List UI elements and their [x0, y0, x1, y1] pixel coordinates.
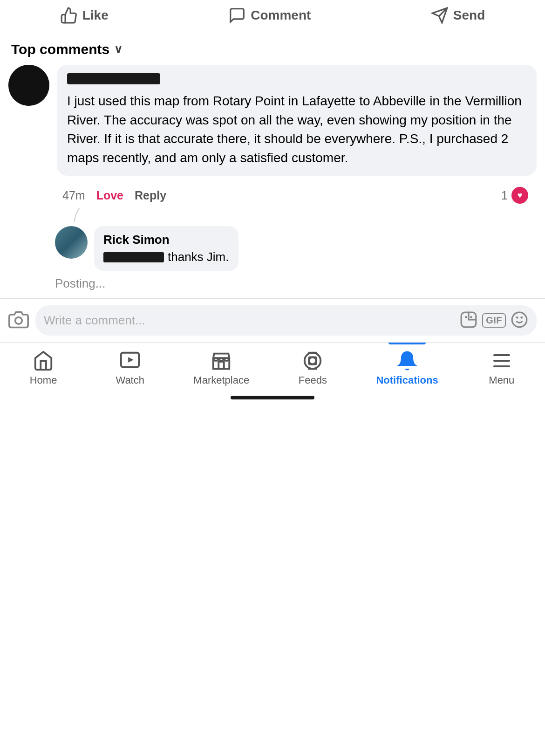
nav-label-feeds: Feeds: [299, 374, 327, 386]
svg-point-5: [470, 316, 472, 318]
nav-item-feeds[interactable]: Feeds: [289, 350, 336, 386]
like-button[interactable]: Like: [60, 7, 109, 24]
heart-count: 1 ♥: [501, 187, 528, 204]
nav-label-notifications: Notifications: [376, 374, 438, 386]
top-comments-header[interactable]: Top comments ∨: [0, 31, 545, 65]
comment-input-area: Write a comment... GIF: [0, 298, 545, 342]
nav-item-watch[interactable]: Watch: [107, 350, 153, 386]
reaction-row: 47m Love Reply 1 ♥: [8, 182, 537, 208]
nav-label-marketplace: Marketplace: [193, 374, 249, 386]
notifications-icon: [396, 350, 418, 371]
send-icon: [431, 7, 449, 24]
home-icon: [33, 350, 54, 371]
emoji-button[interactable]: [511, 311, 528, 330]
svg-point-4: [465, 316, 467, 318]
svg-rect-11: [219, 362, 225, 369]
heart-count-number: 1: [501, 189, 508, 202]
comments-sort-chevron: ∨: [114, 43, 123, 56]
comment-icon: [228, 7, 246, 24]
comment-button[interactable]: Comment: [228, 7, 311, 24]
reply-row: Rick Simon thanks Jim.: [8, 226, 537, 271]
thread-connector: [70, 208, 537, 224]
nav-item-home[interactable]: Home: [20, 350, 67, 386]
menu-icon: [491, 350, 512, 371]
marketplace-icon: [211, 350, 232, 371]
like-icon: [60, 7, 78, 24]
nav-active-indicator: [388, 343, 426, 344]
input-actions: GIF: [460, 311, 528, 330]
svg-marker-10: [128, 357, 134, 363]
watch-icon: [119, 350, 141, 371]
comment-input-pill[interactable]: Write a comment... GIF: [35, 305, 537, 336]
nav-item-menu[interactable]: Menu: [478, 350, 525, 386]
comment-text: I just used this map from Rotary Point i…: [67, 92, 526, 167]
comment-bubble: I just used this map from Rotary Point i…: [57, 65, 537, 176]
sticker-icon: [460, 311, 477, 329]
emoji-icon: [511, 311, 528, 329]
avatar: [8, 65, 49, 106]
comment-time: 47m: [62, 189, 85, 202]
send-button[interactable]: Send: [431, 7, 485, 24]
nav-item-notifications[interactable]: Notifications: [376, 350, 438, 386]
reply-button[interactable]: Reply: [135, 189, 166, 202]
sticker-button[interactable]: [460, 311, 477, 330]
action-bar: Like Comment Send: [0, 0, 545, 31]
gif-button[interactable]: GIF: [482, 313, 506, 328]
reply-bubble: Rick Simon thanks Jim.: [94, 226, 238, 271]
reply-avatar: [55, 226, 88, 259]
svg-point-2: [15, 317, 22, 324]
camera-icon: [8, 309, 29, 330]
thread-line: [70, 208, 89, 222]
reply-author-name: Rick Simon: [103, 233, 229, 247]
bottom-nav: Home Watch Marketplace: [0, 342, 545, 390]
feeds-icon: [302, 350, 323, 371]
svg-point-6: [512, 313, 527, 328]
comment-input-placeholder[interactable]: Write a comment...: [44, 313, 455, 328]
svg-point-12: [309, 357, 316, 364]
nav-label-home: Home: [30, 374, 57, 386]
camera-button[interactable]: [8, 309, 29, 331]
svg-point-13: [305, 353, 321, 369]
comment-row: I just used this map from Rotary Point i…: [8, 65, 537, 176]
posting-status: Posting...: [8, 275, 537, 298]
redacted-name: [103, 252, 164, 262]
love-button[interactable]: Love: [96, 189, 123, 202]
reply-text-content: thanks Jim.: [168, 250, 229, 264]
heart-reaction-icon: ♥: [511, 187, 528, 204]
commenter-name-redacted: [67, 73, 160, 84]
nav-label-menu: Menu: [489, 374, 514, 386]
nav-label-watch: Watch: [116, 374, 144, 386]
nav-item-marketplace[interactable]: Marketplace: [193, 350, 249, 386]
home-indicator-area: [0, 390, 545, 402]
reply-text: thanks Jim.: [103, 250, 229, 264]
home-indicator-bar: [231, 396, 314, 399]
comments-area: I just used this map from Rotary Point i…: [0, 65, 545, 298]
